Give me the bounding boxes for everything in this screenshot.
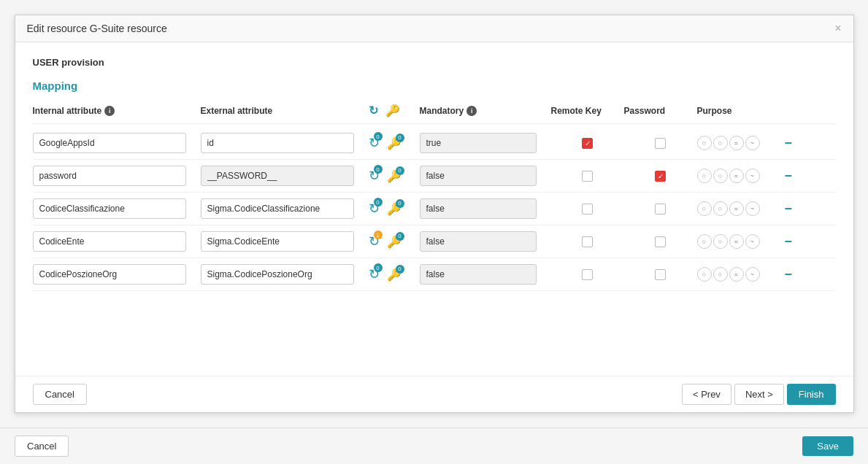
purpose-icon-circle-1[interactable]: ○ — [697, 136, 712, 150]
purpose-icon-circle-10[interactable]: ○ — [713, 267, 728, 282]
remove-row-button-5[interactable]: − — [785, 268, 793, 281]
external-attr-input-5[interactable] — [201, 264, 354, 285]
refresh-badge-icon-1[interactable]: ↻ 0 — [369, 135, 380, 151]
next-button[interactable]: Next > — [734, 384, 784, 405]
remote-key-cell-3 — [551, 204, 624, 214]
purpose-icon-circle-6[interactable]: ○ — [713, 201, 728, 216]
remote-key-checkbox-2[interactable] — [582, 171, 593, 182]
purpose-icon-equals-5[interactable]: = — [729, 267, 744, 282]
password-checkbox-1[interactable] — [655, 138, 666, 149]
internal-attr-cell — [33, 264, 201, 285]
refresh-badge-icon-5[interactable]: ↻ 0 — [369, 266, 380, 282]
external-attr-input-4[interactable] — [201, 231, 354, 252]
purpose-icon-circle-4[interactable]: ○ — [713, 169, 728, 183]
mandatory-input-1[interactable] — [420, 133, 537, 153]
purpose-icon-circle-5[interactable]: ○ — [697, 201, 712, 216]
remote-key-cell-4 — [551, 236, 624, 247]
col-refresh-key: ↻ 🔑 — [369, 104, 420, 117]
purpose-icons-1: ○ ○ = ~ — [697, 136, 785, 150]
finish-button[interactable]: Finish — [787, 384, 836, 405]
remove-row-button-3[interactable]: − — [785, 202, 793, 215]
mandatory-cell-3 — [420, 198, 551, 219]
modal-header: Edit resource G-Suite resource × — [15, 15, 853, 42]
purpose-icon-equals-3[interactable]: = — [729, 201, 744, 216]
external-attr-input-2[interactable] — [201, 166, 354, 186]
password-checkbox-3[interactable] — [655, 204, 666, 214]
mandatory-info-icon[interactable]: i — [466, 106, 477, 116]
purpose-icon-equals-2[interactable]: = — [729, 169, 744, 183]
purpose-icon-squiggle-5[interactable]: ~ — [745, 267, 760, 282]
remove-row-button-4[interactable]: − — [785, 235, 793, 248]
modal-close-button[interactable]: × — [834, 23, 841, 34]
col-purpose: Purpose — [697, 106, 785, 116]
remote-key-checkbox-4[interactable] — [582, 236, 593, 247]
password-cell-2 — [624, 171, 697, 182]
table-row: ↻ 0 🔑 0 ○ — [33, 258, 836, 291]
internal-attr-input-3[interactable] — [33, 198, 186, 219]
internal-attr-info-icon[interactable]: i — [104, 106, 115, 116]
external-attr-input-1[interactable] — [201, 133, 354, 153]
external-attr-cell — [201, 133, 369, 153]
table-header: Internal attribute i External attribute … — [33, 104, 836, 124]
password-checkbox-4[interactable] — [655, 236, 666, 247]
refresh-badge-icon-2[interactable]: ↻ 0 — [369, 168, 380, 184]
purpose-icons-4: ○ ○ = ~ — [697, 234, 785, 249]
remote-key-checkbox-5[interactable] — [582, 269, 593, 280]
purpose-icon-squiggle-4[interactable]: ~ — [745, 234, 760, 249]
purpose-icons-3: ○ ○ = ~ — [697, 201, 785, 216]
mandatory-input-4[interactable] — [420, 231, 537, 252]
external-attr-input-3[interactable] — [201, 198, 354, 219]
purpose-icon-circle-7[interactable]: ○ — [697, 234, 712, 249]
nav-buttons: < Prev Next > Finish — [682, 384, 836, 405]
key-badge-count-1: 0 — [396, 134, 404, 142]
refresh-badge-icon-4[interactable]: ↻ 1 — [369, 233, 380, 250]
mandatory-input-5[interactable] — [420, 264, 537, 285]
key-badge-icon-1[interactable]: 🔑 0 — [387, 136, 402, 150]
col-remote-key: Remote Key — [551, 106, 624, 116]
key-badge-count-2: 0 — [396, 166, 404, 175]
password-cell-3 — [624, 204, 697, 214]
remove-row-button-2[interactable]: − — [785, 169, 793, 182]
refresh-badge-icon-3[interactable]: ↻ 0 — [369, 201, 380, 217]
key-badge-icon-3[interactable]: 🔑 0 — [387, 202, 402, 216]
key-badge-icon-2[interactable]: 🔑 0 — [387, 169, 402, 183]
purpose-icon-equals-1[interactable]: = — [729, 136, 744, 150]
prev-button[interactable]: < Prev — [682, 384, 731, 405]
table-row: ↻ 0 🔑 0 ○ — [33, 160, 836, 193]
purpose-icon-equals-4[interactable]: = — [729, 234, 744, 249]
purpose-icon-circle-9[interactable]: ○ — [697, 267, 712, 282]
purpose-icon-squiggle-1[interactable]: ~ — [745, 136, 760, 150]
mapping-title: Mapping — [33, 80, 836, 92]
internal-attr-cell — [33, 133, 201, 153]
col-password: Password — [624, 106, 697, 116]
internal-attr-input-4[interactable] — [33, 231, 186, 252]
internal-attr-input-1[interactable] — [33, 133, 186, 153]
purpose-icon-squiggle-2[interactable]: ~ — [745, 169, 760, 183]
remote-key-cell-2 — [551, 171, 624, 182]
internal-attr-input-2[interactable] — [33, 166, 186, 186]
icon-group-5: ↻ 0 🔑 0 — [369, 266, 420, 282]
bottom-cancel-button[interactable]: Cancel — [15, 436, 69, 457]
key-badge-icon-4[interactable]: 🔑 0 — [387, 235, 402, 249]
purpose-icon-circle-8[interactable]: ○ — [713, 234, 728, 249]
password-checkbox-2[interactable] — [655, 171, 666, 182]
refresh-badge-count-3: 0 — [374, 198, 383, 206]
mandatory-input-2[interactable] — [420, 166, 537, 186]
password-checkbox-5[interactable] — [655, 269, 666, 280]
purpose-icon-circle-2[interactable]: ○ — [713, 136, 728, 150]
cancel-button[interactable]: Cancel — [33, 384, 87, 405]
mandatory-input-3[interactable] — [420, 198, 537, 219]
refresh-badge-count-2: 0 — [374, 165, 383, 174]
remote-key-cell-1 — [551, 138, 624, 149]
bottom-save-button[interactable]: Save — [802, 436, 853, 456]
col-external-attr: External attribute — [201, 106, 369, 116]
key-col-icon: 🔑 — [385, 104, 400, 117]
remote-key-checkbox-1[interactable] — [582, 138, 593, 149]
internal-attr-input-5[interactable] — [33, 264, 186, 285]
table-row: ↻ 1 🔑 0 ○ — [33, 225, 836, 258]
remote-key-checkbox-3[interactable] — [582, 204, 593, 214]
remove-row-button-1[interactable]: − — [785, 136, 793, 150]
purpose-icon-squiggle-3[interactable]: ~ — [745, 201, 760, 216]
key-badge-icon-5[interactable]: 🔑 0 — [387, 268, 402, 282]
purpose-icon-circle-3[interactable]: ○ — [697, 169, 712, 183]
